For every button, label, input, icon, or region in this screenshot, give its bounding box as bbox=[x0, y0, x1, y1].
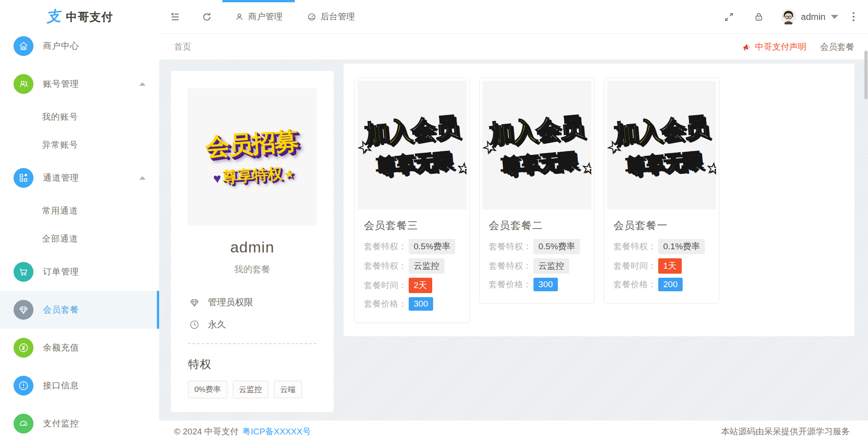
tab-label: 后台管理 bbox=[321, 11, 355, 23]
package-rows: 套餐特权：0.1%费率 套餐时间：1天 套餐价格：200 bbox=[604, 239, 719, 291]
more-menu-icon[interactable] bbox=[844, 12, 868, 21]
perk-row-admin: 管理员权限 bbox=[189, 296, 334, 308]
top-header: 商户管理 后台管理 admin bbox=[159, 0, 868, 34]
sidebar-item-order-management[interactable]: 订单管理 bbox=[0, 253, 159, 291]
value-badge: 300 bbox=[533, 278, 558, 291]
copyright-text: © 2024 中哥支付 bbox=[174, 426, 239, 438]
sidebar-item-all-channels[interactable]: 全部通道 bbox=[0, 225, 159, 253]
sidebar-item-my-account[interactable]: 我的账号 bbox=[0, 103, 159, 131]
promo-line2: 尊享无限 bbox=[615, 145, 711, 181]
perk-text: 管理员权限 bbox=[208, 296, 253, 308]
package-row: 套餐特权：0.1%费率 bbox=[613, 239, 719, 254]
tab-backend-management[interactable]: 后台管理 bbox=[295, 0, 367, 34]
sidebar-item-label: 订单管理 bbox=[43, 266, 79, 278]
main-column: 商户管理 后台管理 admin bbox=[159, 0, 868, 443]
package-title: 会员套餐一 bbox=[613, 219, 719, 233]
privilege-tag: 0%费率 bbox=[188, 381, 227, 398]
gauge-icon bbox=[14, 414, 33, 434]
package-promo-image: 加入会员 尊享无限 ★ ★ bbox=[607, 81, 716, 210]
promo-line2: 尊享无限 bbox=[366, 145, 462, 181]
tab-label: 商户管理 bbox=[248, 11, 283, 23]
sidebar-nav: 商户中心 账号管理 我的账号 异常账号 通道管理 bbox=[0, 27, 159, 443]
package-row: 套餐特权：云监控 bbox=[489, 258, 594, 274]
app-title: 中哥支付 bbox=[66, 9, 113, 24]
sidebar-item-label: 余额充值 bbox=[43, 342, 79, 354]
sidebar-item-label: 支付监控 bbox=[43, 418, 79, 429]
privileges-title: 特权 bbox=[188, 357, 334, 372]
profile-perks: 管理员权限 永久 bbox=[189, 296, 334, 331]
value-badge: 1天 bbox=[658, 258, 682, 274]
sidebar-item-label: 通道管理 bbox=[43, 172, 79, 184]
dashboard-icon bbox=[307, 12, 316, 22]
sidebar-item-api-info[interactable]: 接口信息 bbox=[0, 367, 159, 405]
sidebar-item-label: 商户中心 bbox=[43, 40, 79, 52]
package-row: 套餐价格：200 bbox=[613, 278, 719, 291]
value-badge: 0.1%费率 bbox=[658, 239, 705, 254]
sidebar-item-label: 全部通道 bbox=[42, 233, 78, 245]
sidebar-item-balance-recharge[interactable]: 余额充值 bbox=[0, 329, 159, 367]
package-row: 套餐价格：300 bbox=[364, 297, 469, 311]
package-title: 会员套餐三 bbox=[364, 219, 469, 233]
sidebar-item-abnormal-account[interactable]: 异常账号 bbox=[0, 131, 159, 159]
diamond-icon bbox=[14, 300, 33, 320]
info-icon bbox=[14, 376, 33, 396]
chevron-down-icon bbox=[831, 15, 838, 19]
site-notice-link[interactable]: 中哥支付声明 bbox=[742, 41, 807, 53]
username: admin bbox=[801, 12, 826, 22]
breadcrumb-right: 中哥支付声明 会员套餐 bbox=[742, 41, 854, 53]
scrollbar-thumb[interactable] bbox=[864, 51, 868, 99]
perk-text: 永久 bbox=[208, 318, 226, 331]
package-card-two[interactable]: 加入会员 尊享无限 ★ ★ 会员套餐二 套餐特权：0.5%费率 套餐特权：云监控… bbox=[479, 78, 594, 303]
diamond-outline-icon bbox=[189, 297, 200, 308]
sidebar-item-label: 账号管理 bbox=[43, 78, 79, 90]
package-card-three[interactable]: 加入会员 尊享无限 ★ ★ 会员套餐三 套餐特权：0.5%费率 套餐特权：云监控… bbox=[354, 78, 470, 323]
promo-line1b: 会员 bbox=[410, 112, 459, 144]
breadcrumb-home[interactable]: 首页 bbox=[174, 41, 191, 53]
value-badge: 0.5%费率 bbox=[533, 239, 580, 254]
users-icon bbox=[14, 74, 33, 94]
footer-note: 本站源码由呆呆提供开源学习服务 bbox=[721, 426, 850, 438]
grid-icon bbox=[14, 168, 33, 188]
package-row: 套餐特权：云监控 bbox=[364, 258, 469, 274]
package-row: 套餐时间：2天 bbox=[364, 278, 469, 293]
privilege-tags: 0%费率 云监控 云端 bbox=[188, 381, 334, 398]
value-badge: 0.5%费率 bbox=[409, 239, 455, 254]
sidebar-group-account-management[interactable]: 账号管理 bbox=[0, 65, 159, 103]
value-badge: 云监控 bbox=[533, 258, 569, 274]
cart-icon bbox=[14, 262, 33, 282]
sidebar-item-label: 异常账号 bbox=[42, 139, 78, 151]
refresh-icon[interactable] bbox=[191, 0, 222, 34]
sidebar-item-member-packages[interactable]: 会员套餐 bbox=[0, 291, 159, 329]
package-row: 套餐特权：0.5%费率 bbox=[364, 239, 469, 254]
lock-icon[interactable] bbox=[744, 0, 774, 34]
sidebar-group-channel-management[interactable]: 通道管理 bbox=[0, 159, 159, 197]
fullscreen-icon[interactable] bbox=[714, 0, 744, 34]
site-notice-label: 中哥支付声明 bbox=[755, 41, 807, 53]
sidebar-item-payment-monitoring[interactable]: 支付监控 bbox=[0, 405, 159, 443]
app-root: 支 中哥支付 商户中心 账号管理 我的账号 异常账号 bbox=[0, 0, 868, 443]
megaphone-icon bbox=[742, 42, 751, 51]
icp-link[interactable]: 粤ICP备XXXXX号 bbox=[242, 426, 311, 438]
tab-merchant-management[interactable]: 商户管理 bbox=[222, 0, 295, 34]
collapse-up-icon bbox=[139, 176, 146, 180]
promo-line1b: 会员 bbox=[659, 112, 708, 144]
profile-subtitle: 我的套餐 bbox=[171, 263, 334, 275]
sidebar-item-label: 会员套餐 bbox=[43, 304, 79, 316]
footer: © 2024 中哥支付 粤ICP备XXXXX号 本站源码由呆呆提供开源学习服务 bbox=[159, 420, 868, 443]
package-card-one[interactable]: 加入会员 尊享无限 ★ ★ 会员套餐一 套餐特权：0.1%费率 套餐时间：1天 … bbox=[604, 78, 719, 303]
person-icon bbox=[235, 12, 244, 22]
promo-line2: ♥尊享特权★ bbox=[207, 162, 301, 189]
perk-row-duration: 永久 bbox=[189, 318, 334, 331]
app-logo: 支 中哥支付 bbox=[0, 0, 159, 27]
collapse-sidebar-icon[interactable] bbox=[159, 0, 191, 34]
privilege-tag: 云监控 bbox=[233, 381, 269, 398]
sidebar-item-merchant-center[interactable]: 商户中心 bbox=[0, 27, 159, 65]
breadcrumb-bar: 首页 中哥支付声明 会员套餐 bbox=[159, 34, 868, 60]
sidebar-item-label: 接口信息 bbox=[43, 380, 79, 392]
header-right-cluster: admin bbox=[714, 0, 868, 34]
user-menu[interactable]: admin bbox=[774, 9, 844, 25]
package-rows: 套餐特权：0.5%费率 套餐特权：云监控 套餐价格：300 bbox=[480, 239, 594, 291]
sidebar-item-common-channels[interactable]: 常用通道 bbox=[0, 197, 159, 225]
promo-line2: 尊享无限 bbox=[491, 145, 586, 181]
profile-username: admin bbox=[171, 238, 334, 256]
